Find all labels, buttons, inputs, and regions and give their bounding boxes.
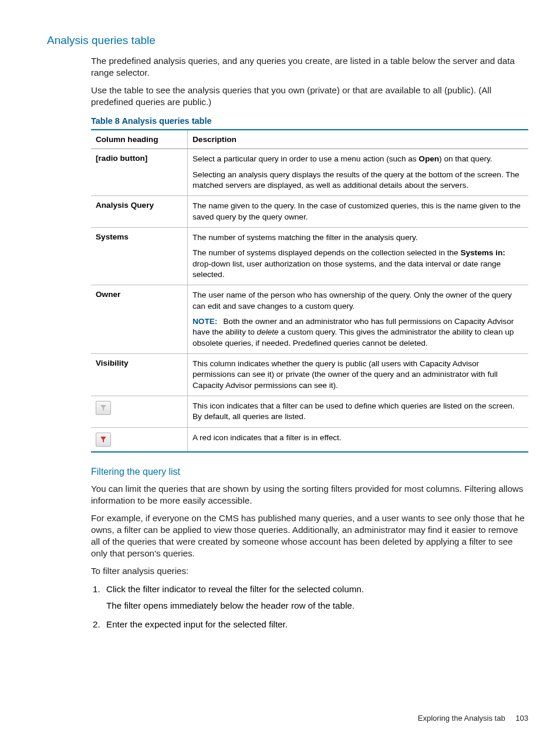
steps-list: Click the filter indicator to reveal the… <box>91 583 528 631</box>
text: This icon indicates that a filter can be… <box>193 401 524 423</box>
cell-description: This column indicates whether the query … <box>188 354 529 396</box>
filter-icon <box>96 401 111 415</box>
note-label: NOTE: <box>193 317 217 326</box>
cell-column-heading: [radio button] <box>91 149 188 196</box>
text: drop-down list, user authorization on th… <box>193 259 501 279</box>
cell-column-heading <box>91 427 188 452</box>
table-row: Owner The user name of the person who ha… <box>91 285 528 354</box>
cell-column-heading: Analysis Query <box>91 196 188 228</box>
text-bold: Systems in: <box>460 248 505 257</box>
table-caption: Table 8 Analysis queries table <box>91 116 528 126</box>
filter-active-icon <box>96 433 111 447</box>
text: The number of systems displayed depends … <box>193 248 460 257</box>
text-italic: delete <box>257 328 279 336</box>
cell-description: This icon indicates that a filter can be… <box>188 396 529 428</box>
table-row: Systems The number of systems matching t… <box>91 227 528 285</box>
step-text: Click the filter indicator to reveal the… <box>106 584 364 594</box>
cell-description: Select a particular query in order to us… <box>188 149 529 196</box>
filtering-lead: To filter analysis queries: <box>91 565 528 577</box>
page-footer: Exploring the Analysis tab 103 <box>418 714 528 723</box>
cell-description: A red icon indicates that a filter is in… <box>188 427 529 452</box>
list-item: Enter the expected input for the selecte… <box>103 618 528 631</box>
cell-column-heading: Visibility <box>91 354 188 396</box>
text: ) on that query. <box>439 154 492 163</box>
footer-text: Exploring the Analysis tab <box>418 714 505 723</box>
text: The name given to the query. In the case… <box>193 201 524 222</box>
table-row: Analysis Query The name given to the que… <box>91 196 528 228</box>
filtering-paragraph-2: For example, if everyone on the CMS has … <box>91 512 528 559</box>
intro-paragraph-2: Use the table to see the analysis querie… <box>91 85 528 108</box>
table-row: This icon indicates that a filter can be… <box>91 396 528 428</box>
cell-column-heading: Systems <box>91 227 188 285</box>
list-item: Click the filter indicator to reveal the… <box>103 583 528 612</box>
cell-description: The number of systems matching the filte… <box>188 227 529 285</box>
intro-paragraph-1: The predefined analysis queries, and any… <box>91 55 528 79</box>
text: Select a particular query in order to us… <box>193 154 419 163</box>
table-row: Visibility This column indicates whether… <box>91 354 528 396</box>
cell-column-heading: Owner <box>91 285 188 354</box>
cell-description: The name given to the query. In the case… <box>188 196 529 228</box>
section-heading: Analysis queries table <box>47 34 528 47</box>
table-row: [radio button] Select a particular query… <box>91 149 528 196</box>
table-header-description: Description <box>188 130 529 149</box>
cell-description: The user name of the person who has owne… <box>188 285 529 354</box>
step-subtext: The filter opens immediately below the h… <box>106 599 528 612</box>
text: The number of systems matching the filte… <box>193 232 524 243</box>
subsection-heading: Filtering the query list <box>91 467 528 477</box>
page-number: 103 <box>515 714 528 723</box>
text: This column indicates whether the query … <box>193 359 524 391</box>
text: A red icon indicates that a filter is in… <box>193 433 524 443</box>
text: Selecting an analysis query displays the… <box>193 170 524 191</box>
table-header-column-heading: Column heading <box>91 130 188 149</box>
filtering-paragraph-1: You can limit the queries that are shown… <box>91 483 528 507</box>
text-bold: Open <box>419 154 439 163</box>
step-text: Enter the expected input for the selecte… <box>106 619 288 629</box>
table-row: A red icon indicates that a filter is in… <box>91 427 528 452</box>
analysis-queries-table: Column heading Description [radio button… <box>91 129 528 453</box>
text: The user name of the person who has owne… <box>193 290 524 312</box>
cell-column-heading <box>91 396 188 428</box>
